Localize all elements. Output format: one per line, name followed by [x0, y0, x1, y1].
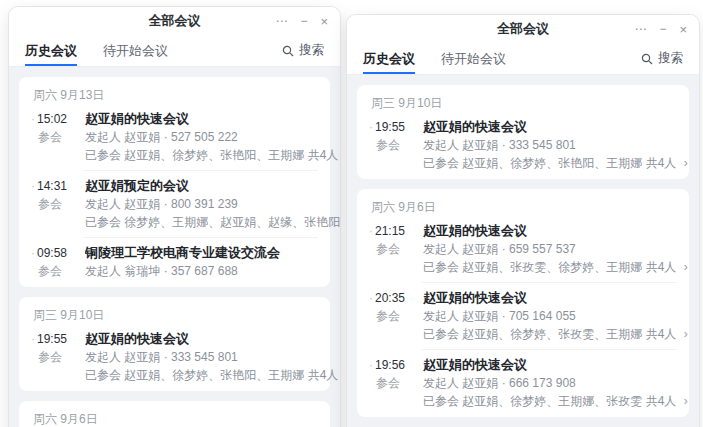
meeting-time: 14:31	[37, 179, 67, 193]
tab-history-meetings[interactable]: 历史会议	[363, 43, 415, 74]
meeting-title: 铜陵理工学校电商专业建设交流会	[85, 245, 318, 261]
tab-upcoming-meetings[interactable]: 待开始会议	[103, 35, 168, 66]
meeting-time: 09:58	[37, 246, 67, 260]
meeting-group-card: 周三 9月10日 ·19:55 参会 赵亚娟的快速会议 发起人 赵亚娟 · 33…	[357, 85, 689, 179]
chevron-right-icon: ›	[680, 327, 687, 341]
attendance-status: 参会	[369, 309, 415, 324]
meeting-participants[interactable]: 已参会 赵亚娟、徐梦婷、张艳阳、王期娜 共4人 ›	[85, 368, 318, 383]
meeting-item[interactable]: ·14:31 参会 赵亚娟预定的会议 发起人 赵亚娟 · 800 391 239…	[31, 177, 318, 234]
meeting-item[interactable]: ·20:35 参会 赵亚娟的快速会议 发起人 赵亚娟 · 705 164 055…	[369, 289, 677, 346]
meeting-participants[interactable]: 已参会 徐梦婷、王期娜、赵亚娟、赵缘、张艳阳 共5人 ›	[85, 215, 318, 230]
meeting-organizer-id: 发起人 赵亚娟 · 527 505 222	[85, 130, 318, 145]
meeting-title: 赵亚娟的快速会议	[423, 119, 677, 135]
close-icon[interactable]: ×	[320, 15, 328, 28]
search-label: 搜索	[658, 50, 683, 67]
tab-history-meetings[interactable]: 历史会议	[25, 35, 77, 66]
section-date: 周三 9月10日	[31, 305, 318, 330]
search-label: 搜索	[299, 42, 324, 59]
meetings-window-right: 全部会议 ⋯ − × 历史会议 待开始会议 搜索 周三 9月10日 ·19:55…	[346, 14, 700, 427]
tabbar: 历史会议 待开始会议 搜索	[9, 35, 340, 67]
chevron-right-icon: ›	[680, 260, 687, 274]
meeting-title: 赵亚娟的快速会议	[85, 331, 318, 347]
search-icon	[282, 45, 294, 57]
meeting-organizer-id: 发起人 赵亚娟 · 705 164 055	[423, 309, 677, 324]
attendance-status: 参会	[369, 242, 415, 257]
meeting-time: 19:56	[375, 358, 405, 372]
time-bullet-icon: ·	[31, 332, 35, 346]
more-options-icon[interactable]: ⋯	[275, 15, 287, 27]
time-bullet-icon: ·	[369, 224, 373, 238]
tabbar: 历史会议 待开始会议 搜索	[347, 43, 699, 75]
meeting-organizer-id: 发起人 赵亚娟 · 800 391 239	[85, 197, 318, 212]
meeting-time: 19:55	[37, 332, 67, 346]
participants-text: 已参会 赵亚娟、徐梦婷、张艳阳、王期娜 共4人	[85, 148, 338, 162]
titlebar[interactable]: 全部会议 ⋯ − ×	[9, 7, 340, 35]
participants-text: 已参会 徐梦婷、王期娜、赵亚娟、赵缘、张艳阳 共5人	[85, 215, 340, 229]
meeting-divider	[83, 237, 318, 238]
titlebar[interactable]: 全部会议 ⋯ − ×	[347, 15, 699, 43]
meeting-title: 赵亚娟的快速会议	[85, 111, 318, 127]
meeting-time: 21:15	[375, 224, 405, 238]
meeting-item[interactable]: ·19:56 参会 赵亚娟的快速会议 发起人 赵亚娟 · 666 173 908…	[369, 356, 677, 413]
section-date: 周六 9月13日	[31, 85, 318, 110]
chevron-right-icon: ›	[680, 156, 687, 170]
meeting-participants[interactable]: 已参会 赵亚娟、徐梦婷、张孜雯、王期娜 共4人 ›	[423, 327, 677, 342]
participants-text: 已参会 赵亚娟、徐梦婷、张艳阳、王期娜 共4人	[423, 156, 676, 170]
meeting-item[interactable]: ·09:58 参会 铜陵理工学校电商专业建设交流会 发起人 翁瑞坤 · 357 …	[31, 244, 318, 283]
close-icon[interactable]: ×	[679, 23, 687, 36]
window-title: 全部会议	[149, 12, 201, 30]
time-bullet-icon: ·	[369, 120, 373, 134]
chevron-right-icon: ›	[680, 394, 687, 408]
window-controls: ⋯ − ×	[275, 7, 328, 35]
meeting-list[interactable]: 周三 9月10日 ·19:55 参会 赵亚娟的快速会议 发起人 赵亚娟 · 33…	[347, 75, 699, 427]
time-bullet-icon: ·	[31, 246, 35, 260]
section-date: 周三 9月10日	[369, 93, 677, 118]
meeting-item[interactable]: ·21:15 参会 赵亚娟的快速会议 发起人 赵亚娟 · 659 557 537…	[369, 222, 677, 279]
minimize-icon[interactable]: −	[659, 23, 666, 35]
section-date: 周六 9月6日	[369, 197, 677, 222]
meeting-time: 15:02	[37, 112, 67, 126]
participants-text: 已参会 赵亚娟、徐梦婷、张艳阳、王期娜 共4人	[85, 368, 338, 382]
search-button[interactable]: 搜索	[282, 35, 324, 66]
attendance-status: 参会	[31, 264, 77, 279]
meeting-list[interactable]: 周六 9月13日 ·15:02 参会 赵亚娟的快速会议 发起人 赵亚娟 · 52…	[9, 67, 340, 427]
meeting-divider	[421, 349, 677, 350]
participants-text: 已参会 赵亚娟、张孜雯、徐梦婷、王期娜 共4人	[423, 260, 676, 274]
meetings-window-left: 全部会议 ⋯ − × 历史会议 待开始会议 搜索 周六 9月13日 ·15:02…	[8, 6, 341, 427]
meeting-item[interactable]: ·19:55 参会 赵亚娟的快速会议 发起人 赵亚娟 · 333 545 801…	[31, 330, 318, 387]
minimize-icon[interactable]: −	[300, 15, 307, 27]
participants-text: 已参会 赵亚娟、徐梦婷、张孜雯、王期娜 共4人	[423, 327, 676, 341]
tab-upcoming-meetings[interactable]: 待开始会议	[441, 43, 506, 74]
meeting-participants[interactable]: 已参会 赵亚娟、徐梦婷、张艳阳、王期娜 共4人 ›	[423, 156, 677, 171]
meeting-group-card: 周三 9月10日 ·19:55 参会 赵亚娟的快速会议 发起人 赵亚娟 · 33…	[19, 297, 330, 391]
meeting-divider	[83, 170, 318, 171]
attendance-status: 参会	[31, 350, 77, 365]
time-bullet-icon: ·	[369, 291, 373, 305]
attendance-status: 参会	[31, 197, 77, 212]
window-title: 全部会议	[497, 20, 549, 38]
attendance-status: 参会	[369, 376, 415, 391]
search-button[interactable]: 搜索	[641, 43, 683, 74]
meeting-participants[interactable]: 已参会 赵亚娟、张孜雯、徐梦婷、王期娜 共4人 ›	[423, 260, 677, 275]
attendance-status: 参会	[31, 130, 77, 145]
search-icon	[641, 53, 653, 65]
window-controls: ⋯ − ×	[634, 15, 687, 43]
meeting-organizer-id: 发起人 赵亚娟 · 333 545 801	[423, 138, 677, 153]
meeting-item[interactable]: ·19:55 参会 赵亚娟的快速会议 发起人 赵亚娟 · 333 545 801…	[369, 118, 677, 175]
more-options-icon[interactable]: ⋯	[634, 23, 646, 35]
meeting-title: 赵亚娟预定的会议	[85, 178, 318, 194]
participants-text: 已参会 赵亚娟、徐梦婷、王期娜、张孜雯 共4人	[423, 394, 676, 408]
meeting-time: 19:55	[375, 120, 405, 134]
time-bullet-icon: ·	[31, 179, 35, 193]
meeting-item[interactable]: ·15:02 参会 赵亚娟的快速会议 发起人 赵亚娟 · 527 505 222…	[31, 110, 318, 167]
time-bullet-icon: ·	[31, 112, 35, 126]
meeting-participants[interactable]: 已参会 赵亚娟、徐梦婷、王期娜、张孜雯 共4人 ›	[423, 394, 677, 409]
meeting-title: 赵亚娟的快速会议	[423, 290, 677, 306]
meeting-time: 20:35	[375, 291, 405, 305]
meeting-participants[interactable]: 已参会 赵亚娟、徐梦婷、张艳阳、王期娜 共4人 ›	[85, 148, 318, 163]
meeting-organizer-id: 发起人 赵亚娟 · 659 557 537	[423, 242, 677, 257]
meeting-group-card: 周六 9月6日 ·21:15 参会 赵亚娟的快速会议 发起人 赵亚娟 · 659…	[357, 189, 689, 417]
meeting-organizer-id: 发起人 赵亚娟 · 333 545 801	[85, 350, 318, 365]
meeting-title: 赵亚娟的快速会议	[423, 223, 677, 239]
section-date: 周六 9月6日	[31, 409, 318, 427]
